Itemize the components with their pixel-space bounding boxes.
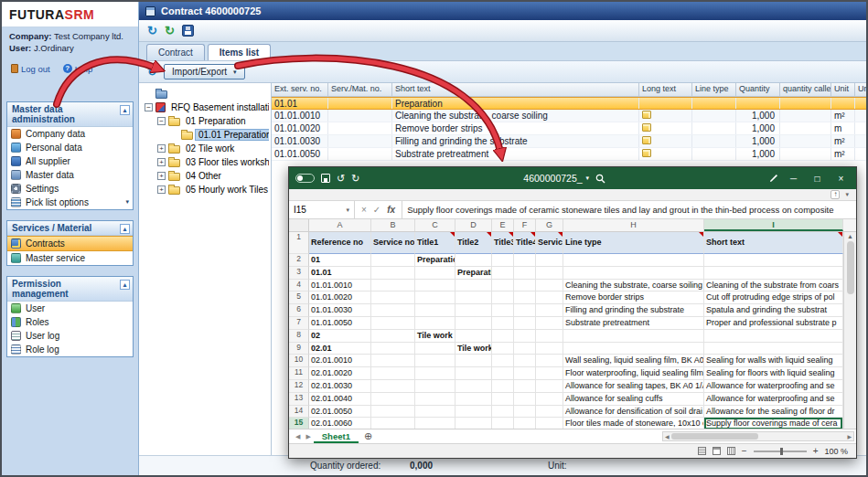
maximize-button[interactable]: □ <box>809 174 826 184</box>
cell-C11[interactable] <box>415 367 455 380</box>
panel-header[interactable]: Master data administration▴ <box>7 102 133 127</box>
cell-F6[interactable] <box>514 304 536 317</box>
cell-B12[interactable] <box>371 380 415 393</box>
tree-node-01-01-preparation[interactable]: 01.01 Preparation <box>141 128 269 142</box>
zoom-in-button[interactable]: + <box>813 446 819 456</box>
cell-C8[interactable]: Tile work <box>415 330 455 343</box>
cell-G13[interactable] <box>536 393 563 406</box>
cell-G7[interactable] <box>536 317 563 330</box>
cell-B7[interactable] <box>371 317 415 330</box>
logout-link[interactable]: Log out <box>11 64 50 74</box>
scroll-up-icon[interactable]: ▲ <box>847 233 853 239</box>
cell-I9[interactable] <box>704 343 843 355</box>
cell-A5[interactable]: 01.01.0020 <box>309 292 371 304</box>
save-icon[interactable] <box>182 25 194 37</box>
cell-D12[interactable] <box>455 380 492 393</box>
cell-E5[interactable] <box>492 292 514 304</box>
cell-A13[interactable]: 02.01.0040 <box>309 393 371 406</box>
collapse-node-icon[interactable]: − <box>145 103 153 111</box>
cell-D10[interactable] <box>455 355 492 367</box>
row-header-9[interactable]: 9 <box>289 343 309 355</box>
formula-input[interactable]: Supply floor coverings made of ceramic s… <box>402 205 856 215</box>
cell-A6[interactable]: 01.01.0030 <box>309 304 371 317</box>
column-header-unit[interactable]: Unit <box>831 83 855 97</box>
long-text-note-icon[interactable] <box>642 149 651 157</box>
minimize-button[interactable]: ─ <box>785 174 802 184</box>
cell-C2[interactable]: Preparation <box>415 254 455 267</box>
cell-H2[interactable] <box>563 254 704 267</box>
hscroll-thumb[interactable] <box>671 433 758 440</box>
column-header-ext-serv-no-[interactable]: Ext. serv. no. <box>272 83 328 97</box>
cell-C14[interactable] <box>415 406 455 419</box>
cell-H1[interactable]: Line type <box>563 232 704 254</box>
cell-H9[interactable] <box>563 343 704 355</box>
cancel-icon[interactable]: × <box>361 205 367 215</box>
cell-B10[interactable] <box>371 355 415 367</box>
cell-D3[interactable]: Preparation <box>455 267 492 280</box>
sidebar-item-pick-list-options[interactable]: Pick list options▾ <box>7 196 133 209</box>
cell-I13[interactable]: Allowance for waterproofing and se <box>704 393 843 406</box>
cell-C7[interactable] <box>415 317 455 330</box>
cell-A10[interactable]: 02.01.0010 <box>309 355 371 367</box>
cell-A2[interactable]: 01 <box>309 254 371 267</box>
sidebar-item-role-log[interactable]: Role log <box>7 343 133 356</box>
cell-F5[interactable] <box>514 292 536 304</box>
row-header-12[interactable]: 12 <box>289 380 309 393</box>
cell-E12[interactable] <box>492 380 514 393</box>
cell-D6[interactable] <box>455 304 492 317</box>
cell-D14[interactable] <box>455 406 492 419</box>
cell-C1[interactable]: Title1 <box>415 232 455 254</box>
cell-A11[interactable]: 02.01.0020 <box>309 367 371 380</box>
column-header-H[interactable]: H <box>563 219 704 231</box>
column-header-uni[interactable]: Uni <box>855 83 866 97</box>
cell-B9[interactable] <box>371 343 415 355</box>
column-header-C[interactable]: C <box>415 219 455 231</box>
cell-G6[interactable] <box>536 304 563 317</box>
sheet-nav-right-icon[interactable]: ▶ <box>303 433 313 440</box>
collapse-icon[interactable]: ▴ <box>120 280 130 290</box>
cell-A12[interactable]: 02.01.0030 <box>309 380 371 393</box>
cell-D1[interactable]: Title2 <box>455 232 492 254</box>
cell-B13[interactable] <box>371 393 415 406</box>
refresh-icon[interactable]: ↻ <box>147 25 157 37</box>
cell-H6[interactable]: Filling and grinding the substrate <box>563 304 704 317</box>
cell-F9[interactable] <box>514 343 536 355</box>
cell-H13[interactable]: Allowance for sealing cuffs <box>563 393 704 406</box>
cell-I1[interactable]: Short text <box>704 232 843 254</box>
cell-E14[interactable] <box>492 406 514 419</box>
cell-E13[interactable] <box>492 393 514 406</box>
import-export-button[interactable]: Import/Export ▾ <box>164 64 245 80</box>
tree-root[interactable] <box>141 87 269 101</box>
sidebar-item-roles[interactable]: Roles <box>7 315 133 329</box>
name-box[interactable]: I15▾ <box>289 201 355 218</box>
cell-G5[interactable] <box>536 292 563 304</box>
cell-H8[interactable] <box>563 330 704 343</box>
cell-G14[interactable] <box>536 406 563 419</box>
sheet-tab[interactable]: Sheet1 <box>314 429 359 443</box>
page-layout-view-icon[interactable] <box>713 447 721 455</box>
collapse-icon[interactable]: ▴ <box>120 105 130 115</box>
sidebar-item-settings[interactable]: Settings <box>7 182 133 196</box>
collapse-node-icon[interactable]: − <box>157 117 166 125</box>
cell-D8[interactable] <box>455 330 492 343</box>
scroll-left-icon[interactable]: ◀ <box>663 433 671 440</box>
table-row[interactable]: 01.01.0010Cleaning the substrate, coarse… <box>272 110 866 122</box>
cell-G10[interactable] <box>536 355 563 367</box>
column-header-quantity-calle[interactable]: quantity calle <box>780 83 831 97</box>
select-all-corner[interactable] <box>289 219 309 231</box>
zoom-slider[interactable] <box>754 450 807 452</box>
column-header-long-text[interactable]: Long text <box>639 83 692 97</box>
cell-E4[interactable] <box>492 280 514 292</box>
cell-I3[interactable] <box>704 267 843 280</box>
sidebar-item-company-data[interactable]: Company data <box>7 127 133 141</box>
expand-node-icon[interactable]: + <box>157 144 166 153</box>
row-header-7[interactable]: 7 <box>289 317 309 330</box>
cell-H7[interactable]: Substrate pretreatment <box>563 317 704 330</box>
row-header-4[interactable]: 4 <box>289 280 309 292</box>
cell-D11[interactable] <box>455 367 492 380</box>
cell-I6[interactable]: Spatula and grinding the substrat <box>704 304 843 317</box>
cell-E2[interactable] <box>492 254 514 267</box>
zoom-slider-thumb[interactable] <box>780 448 783 455</box>
cell-B8[interactable] <box>371 330 415 343</box>
long-text-note-icon[interactable] <box>642 136 651 144</box>
